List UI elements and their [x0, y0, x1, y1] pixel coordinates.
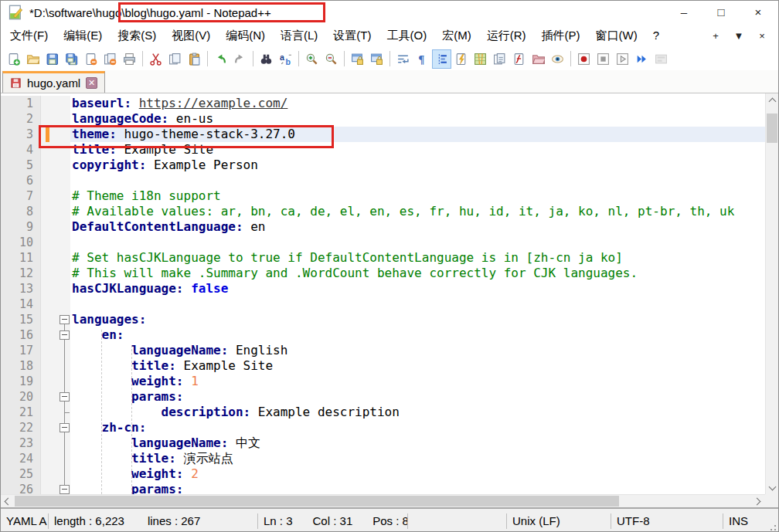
code-line-21[interactable]: 21 description: Example description: [1, 405, 765, 420]
code-text[interactable]: title: 演示站点: [70, 451, 765, 466]
menu-item-6[interactable]: 语言(L): [273, 25, 325, 47]
code-line-18[interactable]: 18 title: Example Site: [1, 358, 765, 374]
horizontal-scroll-thumb[interactable]: [15, 496, 619, 507]
code-line-26[interactable]: 26 params:: [1, 482, 765, 494]
status-eol-format[interactable]: Unix (LF): [507, 509, 611, 532]
code-line-23[interactable]: 23 languageName: 中文: [1, 435, 765, 451]
code-text[interactable]: [70, 173, 765, 188]
code-line-12[interactable]: 12# This will make .Summary and .WordCou…: [1, 266, 765, 281]
code-text[interactable]: en:: [70, 327, 765, 343]
code-line-15[interactable]: 15languages:: [1, 312, 765, 327]
code-text[interactable]: languages:: [70, 312, 765, 327]
code-line-17[interactable]: 17 languageName: English: [1, 343, 765, 358]
menu-item-10[interactable]: 运行(R): [479, 25, 534, 47]
code-text[interactable]: params:: [70, 482, 765, 494]
code-text[interactable]: languageName: 中文: [70, 435, 765, 451]
show-indent-guide-icon[interactable]: [432, 49, 451, 69]
code-line-10[interactable]: 10: [1, 235, 765, 250]
horizontal-scrollbar[interactable]: [1, 494, 765, 507]
menu-item-8[interactable]: 工具(O): [379, 25, 434, 47]
code-line-9[interactable]: 9DefaultContentLanguage: en: [1, 219, 765, 235]
replace-icon[interactable]: ab: [276, 49, 295, 69]
menu-right-plus-icon[interactable]: +: [704, 30, 727, 42]
paste-icon[interactable]: [185, 49, 204, 69]
fold-margin-box[interactable]: [41, 420, 70, 435]
menu-item-7[interactable]: 设置(T): [325, 25, 379, 47]
menu-item-4[interactable]: 视图(V): [164, 25, 218, 47]
code-line-7[interactable]: 7# Theme i18n support: [1, 188, 765, 204]
code-line-22[interactable]: 22 zh-cn:: [1, 420, 765, 435]
code-text[interactable]: # Available values: ar, bn, ca, de, el, …: [70, 204, 765, 219]
macro-save-icon[interactable]: [651, 49, 671, 69]
show-all-characters-icon[interactable]: ¶: [413, 49, 432, 69]
code-line-8[interactable]: 8# Available values: ar, bn, ca, de, el,…: [1, 204, 765, 219]
vertical-scroll-thumb[interactable]: [767, 114, 777, 143]
minimize-button[interactable]: –: [665, 1, 702, 24]
code-text[interactable]: baseurl: https://example.com/: [70, 96, 765, 111]
sync-horizontal-scroll-icon[interactable]: [367, 49, 386, 69]
fold-collapse-icon[interactable]: [60, 315, 70, 324]
word-wrap-icon[interactable]: [393, 49, 413, 69]
code-line-11[interactable]: 11# Set hasCJKLanguage to true if Defaul…: [1, 250, 765, 266]
scroll-down-arrow[interactable]: [766, 481, 778, 494]
macro-record-icon[interactable]: [574, 49, 594, 69]
tab-close-icon[interactable]: ✕: [86, 77, 97, 89]
code-line-13[interactable]: 13hasCJKLanguage: false: [1, 281, 765, 296]
code-text[interactable]: description: Example description: [70, 405, 765, 420]
code-text[interactable]: [70, 296, 765, 312]
fold-margin-box[interactable]: [41, 389, 70, 405]
save-file-icon[interactable]: [43, 49, 62, 69]
code-line-6[interactable]: 6: [1, 173, 765, 188]
tab-hugo-yaml[interactable]: hugo.yaml ✕: [2, 71, 105, 93]
fold-margin-box1[interactable]: [41, 312, 70, 327]
maximize-button[interactable]: □: [702, 1, 740, 24]
menu-item-9[interactable]: 宏(M): [434, 25, 479, 47]
code-text[interactable]: # Theme i18n support: [70, 188, 765, 204]
folder-as-workspace-icon[interactable]: [529, 49, 548, 69]
macro-stop-icon[interactable]: [594, 49, 613, 69]
close-file-icon[interactable]: [81, 49, 100, 69]
code-text[interactable]: # Set hasCJKLanguage to true if DefaultC…: [70, 250, 765, 266]
scroll-right-arrow[interactable]: [752, 495, 765, 507]
fold-margin-box[interactable]: [41, 482, 70, 494]
monitoring-icon[interactable]: [548, 49, 567, 69]
code-text[interactable]: hasCJKLanguage: false: [70, 281, 765, 296]
code-lines[interactable]: 1baseurl: https://example.com/2languageC…: [1, 93, 765, 494]
code-text[interactable]: weight: 2: [70, 466, 765, 482]
menu-right-dropdown-triangle-icon[interactable]: ▼: [727, 30, 750, 42]
code-text[interactable]: languageCode: en-us: [70, 111, 765, 127]
code-line-5[interactable]: 5copyright: Example Person: [1, 158, 765, 173]
new-file-icon[interactable]: [4, 49, 23, 69]
open-file-icon[interactable]: [23, 49, 43, 69]
fold-margin-box[interactable]: [41, 327, 70, 343]
macro-play-icon[interactable]: [613, 49, 632, 69]
code-text[interactable]: theme: hugo-theme-stack-3.27.0: [70, 127, 765, 142]
code-text[interactable]: DefaultContentLanguage: en: [70, 219, 765, 235]
menu-right-close-small-icon[interactable]: ×: [750, 30, 774, 42]
code-text[interactable]: zh-cn:: [70, 420, 765, 435]
redo-icon[interactable]: [230, 49, 250, 69]
fold-collapse-icon[interactable]: [60, 423, 70, 432]
code-line-19[interactable]: 19 weight: 1: [1, 374, 765, 389]
document-map-icon[interactable]: [451, 49, 471, 69]
menu-item-3[interactable]: 搜索(S): [110, 25, 164, 47]
code-line-14[interactable]: 14: [1, 296, 765, 312]
undo-icon[interactable]: [211, 49, 230, 69]
code-text[interactable]: params:: [70, 389, 765, 405]
menu-item-2[interactable]: 编辑(E): [56, 25, 110, 47]
code-line-4[interactable]: 4title: Example Site: [1, 142, 765, 158]
scroll-up-arrow[interactable]: [766, 93, 778, 107]
menu-item-5[interactable]: 编码(N): [218, 25, 273, 47]
code-line-24[interactable]: 24 title: 演示站点: [1, 451, 765, 466]
find-icon[interactable]: [257, 49, 276, 69]
copy-icon[interactable]: [165, 49, 185, 69]
save-all-icon[interactable]: [62, 49, 81, 69]
code-text[interactable]: languageName: English: [70, 343, 765, 358]
fold-collapse-icon[interactable]: [60, 485, 70, 494]
code-text[interactable]: weight: 1: [70, 374, 765, 389]
close-button[interactable]: ×: [740, 1, 777, 24]
code-text[interactable]: # This will make .Summary and .WordCount…: [70, 266, 765, 281]
code-text[interactable]: title: Example Site: [70, 142, 765, 158]
code-line-25[interactable]: 25 weight: 2: [1, 466, 765, 482]
cut-icon[interactable]: [146, 49, 165, 69]
